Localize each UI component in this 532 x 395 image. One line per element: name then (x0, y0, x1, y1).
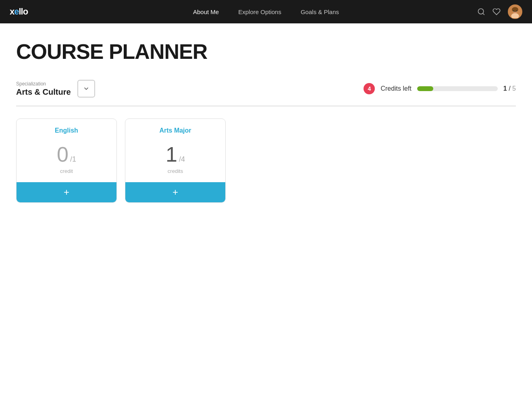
credit-number-arts-major: 1 (166, 144, 177, 165)
svg-point-6 (513, 10, 514, 12)
svg-point-7 (516, 10, 517, 12)
card-body-english: English 0 /1 credit (17, 119, 116, 182)
credits-badge: 4 (364, 83, 375, 94)
specialization-dropdown[interactable] (77, 80, 95, 98)
credits-current: 1 (503, 85, 507, 92)
svg-point-5 (512, 7, 518, 12)
nav-explore-options[interactable]: Explore Options (238, 8, 281, 15)
nav-icons (477, 4, 522, 19)
main-content: COURSE PLANNER Specialization Arts & Cul… (0, 23, 532, 219)
avatar-icon (509, 5, 522, 18)
card-add-english[interactable]: + (17, 182, 116, 202)
nav-goals-plans[interactable]: Goals & Plans (301, 8, 339, 15)
page-title: COURSE PLANNER (16, 40, 516, 64)
credit-unit-english: credit (60, 168, 73, 174)
specialization-label: Specialization (16, 81, 71, 87)
credit-display-arts-major: 1 /4 (166, 144, 185, 165)
credits-progress-bar (417, 86, 498, 91)
chevron-down-icon (83, 85, 89, 92)
specialization-group: Specialization Arts & Culture (16, 81, 71, 97)
svg-line-1 (483, 13, 484, 15)
specialization-value: Arts & Culture (16, 87, 71, 97)
nav-about-me[interactable]: About Me (193, 8, 219, 15)
cards-row: English 0 /1 credit + Arts Major 1 /4 cr… (16, 118, 516, 203)
credits-label: Credits left (380, 85, 411, 92)
card-add-arts-major[interactable]: + (125, 182, 225, 202)
course-card-english: English 0 /1 credit + (16, 118, 117, 203)
nav-links: About Me Explore Options Goals & Plans (193, 8, 339, 15)
credits-section: 4 Credits left 1 / 5 (364, 83, 516, 94)
search-button[interactable] (477, 8, 485, 16)
credits-total: 5 (512, 85, 516, 92)
add-plus-icon-english: + (64, 187, 69, 197)
favorites-button[interactable] (493, 8, 501, 16)
credits-separator: / (507, 85, 512, 92)
credit-number-english: 0 (57, 144, 69, 165)
credits-ratio: 1 / 5 (503, 85, 516, 92)
credits-progress-fill (417, 86, 433, 91)
card-body-arts-major: Arts Major 1 /4 credits (125, 119, 225, 182)
course-card-arts-major: Arts Major 1 /4 credits + (125, 118, 226, 203)
specialization-row: Specialization Arts & Culture 4 Credits … (16, 80, 516, 106)
card-title-english[interactable]: English (55, 127, 78, 134)
logo[interactable]: xello (10, 6, 28, 17)
card-title-arts-major[interactable]: Arts Major (159, 127, 191, 134)
credit-total-arts-major: /4 (179, 155, 185, 164)
credit-display-english: 0 /1 (57, 144, 76, 165)
credit-unit-arts-major: credits (168, 168, 183, 174)
navbar: xello About Me Explore Options Goals & P… (0, 0, 532, 23)
avatar[interactable] (508, 4, 522, 19)
search-icon (477, 8, 485, 16)
credit-total-english: /1 (70, 155, 76, 164)
heart-icon (493, 8, 501, 16)
add-plus-icon-arts-major: + (172, 187, 178, 197)
